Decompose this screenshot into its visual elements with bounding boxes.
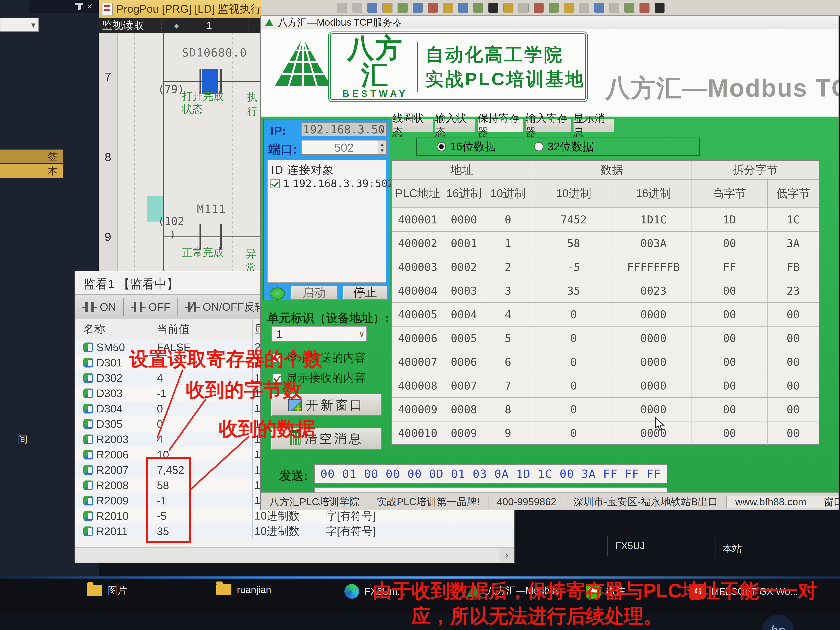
toolbar-icon[interactable] — [504, 3, 513, 13]
pin-window-button[interactable]: 窗口置顶 — [815, 496, 839, 508]
toolbar-icon[interactable] — [443, 3, 453, 13]
monitor-read-label: 监视读取 — [99, 19, 144, 33]
toolbar-icon[interactable] — [382, 3, 393, 13]
device-name: D303 — [96, 387, 122, 399]
col-header: 10进制 — [484, 180, 532, 208]
radio-16bit[interactable]: 16位数据 — [437, 139, 496, 154]
modbus-window: 八方汇—Modbus TCP服务器 八方汇 BESTWAY 自动化高工学院 实战… — [261, 16, 839, 510]
modbus-tab[interactable]: 输入寄存器 — [525, 118, 572, 132]
ladder-device-label[interactable]: SD10680.0 — [182, 46, 247, 59]
toolbar-icon[interactable] — [534, 3, 544, 13]
toolbar-icon[interactable] — [594, 3, 604, 13]
group-header-split: 拆分字节 — [692, 161, 819, 180]
send-field[interactable]: 00 01 00 00 00 0D 01 03 0A 1D 1C 00 3A F… — [314, 464, 667, 483]
connection-row[interactable]: 1 192.168.3.39:502 — [270, 177, 394, 189]
ladder-doc-icon — [102, 3, 112, 15]
device-value: 10 — [157, 447, 249, 462]
register-row[interactable]: 400007 0006 6 0 0000 00 00 — [392, 350, 819, 374]
device-name: D304 — [96, 403, 122, 415]
ladder-device-label[interactable]: M111 — [197, 202, 226, 215]
off-button[interactable]: OFF — [124, 298, 177, 316]
plc-address: 400004 — [392, 279, 444, 303]
dock-tab-top[interactable]: 签 — [0, 150, 63, 163]
toolbar-icon[interactable] — [428, 3, 438, 13]
taskbar-item-pictures[interactable]: 图片 — [87, 584, 127, 597]
port-spinner[interactable]: 502 ▲▼ — [301, 140, 387, 155]
register-row[interactable]: 400008 0007 7 0 0000 00 00 — [392, 374, 819, 398]
connection-list[interactable]: ID 连接对象 1 192.168.3.39:502 — [267, 160, 387, 283]
toolbar-icon[interactable] — [624, 3, 635, 13]
addr-hex: 0004 — [444, 303, 484, 327]
status-website[interactable]: www.bfh88.com — [727, 496, 815, 508]
watch-row[interactable]: R2010 -5 10进制数 字[有符号] — [75, 508, 514, 524]
modbus-tab[interactable]: 显示消息 — [573, 118, 614, 132]
pin-icon[interactable] — [78, 3, 81, 10]
start-button[interactable]: 启动 — [291, 286, 337, 300]
ip-dropdown[interactable]: 192.168.3.50 ∨ — [301, 122, 387, 136]
register-row[interactable]: 400006 0005 5 0 0000 00 00 — [392, 327, 819, 350]
addr-dec: 4 — [484, 303, 532, 327]
register-row[interactable]: 400001 0000 0 7452 1D1C 1D 1C — [392, 208, 819, 232]
toolbar-icon[interactable] — [488, 3, 498, 13]
toolbar-icon[interactable] — [549, 3, 559, 13]
device-format: 10进制数 — [254, 508, 322, 524]
register-row[interactable]: 400003 0002 2 -5 FFFFFFFB FF FB — [392, 255, 819, 279]
toolbar-icon[interactable] — [639, 3, 649, 13]
toolbar-icon[interactable] — [564, 3, 574, 13]
addr-dec: 8 — [484, 398, 532, 422]
register-row[interactable]: 400005 0004 4 0 0000 00 00 — [392, 303, 819, 327]
device-type: 字[有符号] — [326, 508, 445, 524]
toolbar-icon[interactable] — [655, 3, 665, 13]
register-row[interactable]: 400004 0003 3 35 0023 00 23 — [392, 279, 819, 303]
col-value[interactable]: 当前值 — [157, 319, 249, 339]
modbus-tab[interactable]: 线圈状态 — [392, 118, 433, 132]
toolbar-icon[interactable] — [352, 3, 362, 13]
checkbox-checked-icon[interactable] — [270, 179, 280, 188]
col-name[interactable]: 名称 — [84, 319, 153, 339]
low-byte: 00 — [767, 398, 819, 422]
toolbar-icon[interactable] — [398, 3, 407, 13]
close-icon[interactable]: × — [87, 1, 92, 11]
progpou-title: ProgPou [PRG] [LD] 监视执行... — [116, 2, 261, 16]
toolbar-icon[interactable] — [579, 3, 589, 13]
toolbar-icon[interactable] — [473, 3, 483, 13]
radio-32bit[interactable]: 32位数据 — [534, 139, 594, 154]
ladder-canvas[interactable]: 7 SD10680.0 (79) 打开完成 状态 执行 8 9 M111 (10… — [99, 33, 261, 271]
horizontal-scrollbar[interactable]: › — [75, 548, 514, 562]
modbus-tab[interactable]: 保持寄存器 — [477, 118, 524, 132]
stop-button[interactable]: 停止 — [343, 286, 387, 300]
dock-tab-bottom[interactable]: 本 — [0, 164, 63, 178]
register-row[interactable]: 400010 0009 9 0 0000 00 00 — [392, 422, 819, 445]
watch-row[interactable]: R2011 35 10进制数 字[有符号] — [75, 524, 514, 539]
toolbar-icon[interactable] — [337, 3, 347, 13]
modbus-titlebar[interactable]: 八方汇—Modbus TCP服务器 — [261, 16, 838, 29]
addr-dec: 7 — [484, 374, 532, 398]
modbus-tab[interactable]: 输入状态 — [435, 118, 476, 132]
chevron-down-icon[interactable]: ◆ — [174, 22, 179, 29]
taskbar-item-ruanjian[interactable]: ruanjian — [216, 584, 271, 595]
toolbar-icon[interactable] — [458, 3, 468, 13]
progpou-titlebar[interactable]: ProgPou [PRG] [LD] 监视执行... — [99, 0, 261, 18]
toolbar-icon[interactable] — [609, 3, 619, 13]
device-name: R2010 — [96, 510, 128, 522]
on-button[interactable]: ON — [75, 298, 123, 316]
grid-line — [134, 33, 134, 271]
low-byte: 00 — [767, 327, 819, 350]
toolbar-icon[interactable] — [413, 3, 423, 13]
unit-id-dropdown[interactable]: 1 ∨ — [271, 326, 367, 342]
brand-tagline-2: 实战PLC培训基地 — [425, 67, 585, 91]
register-row[interactable]: 400009 0008 8 0 0000 00 00 — [392, 398, 819, 422]
dock-combobox[interactable]: ▾ — [0, 18, 39, 32]
toolbar-icon[interactable] — [518, 3, 529, 13]
scroll-right-button[interactable]: › — [499, 548, 514, 562]
spinner-arrows[interactable]: ▲▼ — [377, 140, 387, 155]
toggle-button[interactable]: ON/OFF反转 — [178, 298, 273, 316]
data-hex: 1D1C — [615, 208, 692, 232]
data-dec: 58 — [532, 232, 615, 255]
addr-hex: 0009 — [444, 422, 484, 445]
plc-address: 400009 — [392, 398, 444, 422]
toolbar-icon[interactable] — [367, 3, 377, 13]
col-header: 高字节 — [692, 180, 767, 208]
app-pyramid-icon — [265, 19, 273, 26]
register-row[interactable]: 400002 0001 1 58 003A 00 3A — [392, 232, 819, 255]
